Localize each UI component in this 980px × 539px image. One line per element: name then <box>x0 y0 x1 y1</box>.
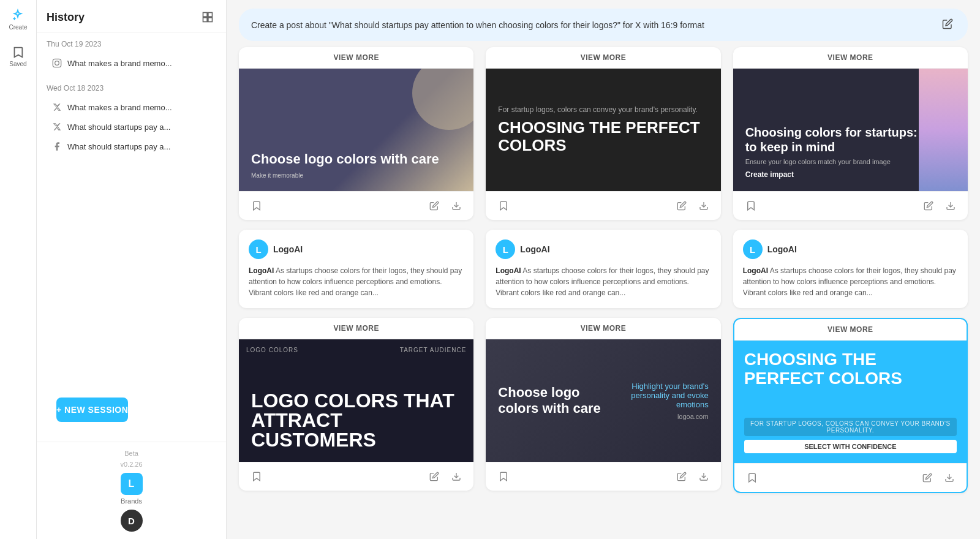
nav-saved[interactable]: Saved <box>9 45 26 67</box>
brands-badge: L <box>121 473 143 495</box>
social-header-2: L LogoAI <box>496 239 710 259</box>
new-session-area: + NEW SESSION <box>37 388 226 442</box>
social-card-1: L LogoAI LogoAI As startups choose color… <box>239 230 473 308</box>
prompt-bar: Create a post about "What should startup… <box>239 9 968 41</box>
download-button-1[interactable] <box>449 198 464 213</box>
social-name-2: LogoAI <box>520 244 549 254</box>
view-more-1b[interactable]: VIEW MORE <box>239 318 473 339</box>
download-button-2[interactable] <box>696 198 711 213</box>
bookmark-button-1b[interactable] <box>249 469 265 484</box>
view-more-3[interactable]: VIEW MORE <box>733 47 968 69</box>
svg-rect-4 <box>53 59 61 67</box>
edit-button-1[interactable] <box>427 198 442 213</box>
history-item-2[interactable]: What should startups pay a... <box>47 117 216 137</box>
history-item-label-0: What makes a brand memo... <box>67 59 172 68</box>
card-actions-3b <box>734 463 967 492</box>
svg-rect-1 <box>208 13 213 17</box>
view-more-2[interactable]: VIEW MORE <box>486 47 720 69</box>
social-avatar-3: L <box>743 239 763 259</box>
edit-button-3b[interactable] <box>920 470 935 485</box>
bookmark-button-3[interactable] <box>743 198 759 214</box>
sidebar-bottom: Beta v0.2.26 L Brands D <box>37 442 226 539</box>
edit-button-3[interactable] <box>921 198 936 213</box>
instagram-icon <box>51 58 62 69</box>
edit-button-1b[interactable] <box>427 469 442 484</box>
prompt-text: Create a post about "What should startup… <box>251 20 933 30</box>
social-header-1: L LogoAI <box>249 239 464 259</box>
user-avatar[interactable]: D <box>121 510 143 532</box>
social-name-bold-3: LogoAI <box>743 266 768 275</box>
layout-toggle-button[interactable] <box>199 9 216 26</box>
edit-button-2[interactable] <box>674 198 689 213</box>
image-2: For startup logos, colors can convey you… <box>486 69 720 191</box>
download-button-3[interactable] <box>943 198 958 213</box>
social-body-1: LogoAI As startups choose colors for the… <box>249 265 464 298</box>
card-actions-1b <box>239 462 473 491</box>
social-body-3: LogoAI As startups choose colors for the… <box>743 265 958 298</box>
image-card-3b: VIEW MORE CHOOSING THE PERFECT COLORS FO… <box>733 318 968 493</box>
view-more-2b[interactable]: VIEW MORE <box>486 318 720 339</box>
image-card-1b: VIEW MORE LOGO COLORS TARGET AUDIENCE LO… <box>239 318 473 491</box>
version-label: v0.2.26 <box>120 461 142 468</box>
nav-create[interactable]: Create <box>9 9 27 31</box>
brands-label: Brands <box>121 497 142 505</box>
social-body-text-1: As startups choose colors for their logo… <box>249 266 462 297</box>
social-avatar-1: L <box>249 239 268 259</box>
social-body-2: LogoAI As startups choose colors for the… <box>496 265 710 298</box>
bookmark-button-3b[interactable] <box>744 470 760 486</box>
img-2b-right: Highlight your brand's personality and e… <box>603 352 709 450</box>
sidebar: History Thu Oct 19 2023 What makes a bra… <box>37 0 227 539</box>
tag-logo-colors: LOGO COLORS <box>246 347 298 353</box>
brands-item[interactable]: L Brands <box>47 473 216 505</box>
img-1-sub: Make it memorable <box>251 172 439 179</box>
sidebar-title: History <box>47 11 85 24</box>
image-3b: CHOOSING THE PERFECT COLORS FOR STARTUP … <box>734 341 967 463</box>
social-header-3: L LogoAI <box>743 239 958 259</box>
social-avatar-2: L <box>496 239 515 259</box>
beta-label: Beta <box>124 450 138 457</box>
tag-target-audience: TARGET AUDIENCE <box>400 347 467 353</box>
image-1: Choose logo colors with care Make it mem… <box>239 69 473 191</box>
x-icon-1 <box>51 121 62 132</box>
social-name-1: LogoAI <box>273 244 303 254</box>
img-3b-btn[interactable]: SELECT WITH CONFIDENCE <box>744 440 957 453</box>
view-more-3b[interactable]: VIEW MORE <box>734 319 967 341</box>
social-card-3: L LogoAI LogoAI As startups choose color… <box>733 230 968 308</box>
left-navigation: Create Saved <box>0 0 37 539</box>
img-1-title: Choose logo colors with care <box>251 151 439 167</box>
facebook-icon <box>51 141 62 152</box>
social-body-text-3: As startups choose colors for their logo… <box>743 266 956 297</box>
new-session-button[interactable]: + NEW SESSION <box>56 398 128 422</box>
history-item-label-2: What should startups pay a... <box>67 123 170 132</box>
nav-saved-label: Saved <box>9 61 26 67</box>
download-button-2b[interactable] <box>696 469 711 484</box>
img-3b-title: CHOOSING THE PERFECT COLORS <box>744 350 957 388</box>
history-item-1[interactable]: What makes a brand memo... <box>47 97 216 117</box>
card-column-3: VIEW MORE Choosing colors for startups: … <box>727 47 974 503</box>
history-date-thu: Thu Oct 19 2023 <box>47 40 216 48</box>
img-2b-link: logoa.com <box>677 413 709 420</box>
social-name-bold-2: LogoAI <box>496 266 521 275</box>
bookmark-button-2[interactable] <box>496 198 511 214</box>
prompt-edit-button[interactable] <box>940 16 956 34</box>
social-name-bold-1: LogoAI <box>249 266 274 275</box>
view-more-1[interactable]: VIEW MORE <box>239 47 473 69</box>
bookmark-button-2b[interactable] <box>496 469 511 484</box>
img-1b-title: LOGO COLORS THAT ATTRACT CUSTOMERS <box>251 391 461 450</box>
history-item-3[interactable]: What should startups pay a... <box>47 137 216 156</box>
download-button-3b[interactable] <box>942 470 957 485</box>
edit-button-2b[interactable] <box>674 469 689 484</box>
history-item-0[interactable]: What makes a brand memo... <box>47 53 216 73</box>
img-3b-sub-area: FOR STARTUP LOGOS, COLORS CAN CONVEY YOU… <box>744 418 957 436</box>
bookmark-button-1[interactable] <box>249 198 265 214</box>
svg-point-6 <box>59 61 59 61</box>
image-3: Choosing colors for startups: What to ke… <box>733 69 968 191</box>
download-button-1b[interactable] <box>449 469 464 484</box>
cards-grid: VIEW MORE Choose logo colors with care M… <box>227 47 980 515</box>
img-2-title: CHOOSING THE PERFECT COLORS <box>498 119 708 154</box>
img-2b-sub: Highlight your brand's personality and e… <box>609 382 709 409</box>
svg-rect-2 <box>203 18 208 22</box>
img-1b-tags: LOGO COLORS TARGET AUDIENCE <box>246 347 466 353</box>
history-date-wed: Wed Oct 18 2023 <box>47 84 216 92</box>
card-actions-2 <box>486 191 720 220</box>
